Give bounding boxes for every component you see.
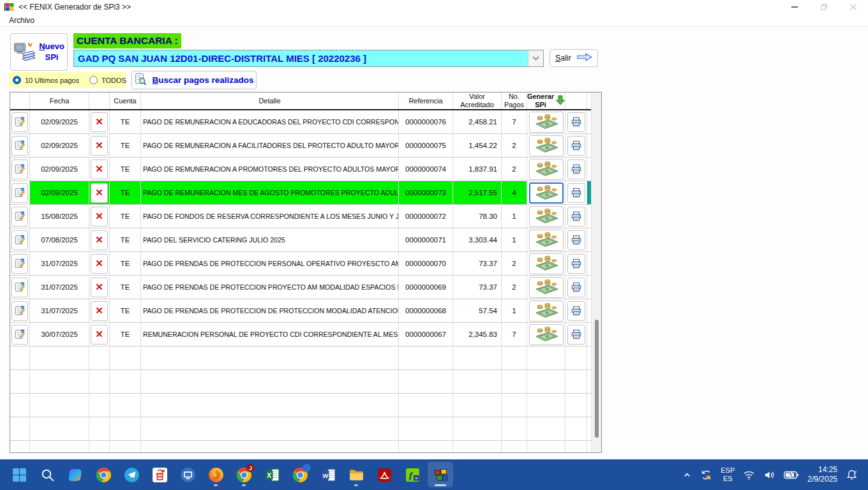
generar-spi-button[interactable] (529, 206, 564, 227)
table-row[interactable]: 30/07/2025 ✕ TE REMUNERACION PERSONAL DE… (10, 323, 591, 346)
table-row[interactable]: 31/07/2025 ✕ TE PAGO DE PRENDAS DE PROTE… (10, 252, 591, 276)
acrobat-icon[interactable] (371, 462, 397, 487)
cuenta-bancaria-select[interactable]: GAD PQ SAN JUAN 12D01-DIREC-DISTRITAL MI… (73, 50, 544, 67)
tray-notification-bell-icon[interactable]: z (846, 469, 858, 481)
firefox-icon[interactable] (203, 462, 228, 487)
file-explorer-icon[interactable] (343, 462, 369, 487)
chrome-profile-j-icon[interactable]: J (231, 462, 257, 487)
table-header-row: Fecha Cuenta Detalle Referencia ValorAcr… (10, 93, 591, 110)
edit-payment-button[interactable] (11, 325, 28, 345)
print-button[interactable] (567, 325, 585, 345)
print-button[interactable] (567, 301, 585, 321)
remote-desktop-icon[interactable] (175, 462, 200, 487)
chevron-down-icon[interactable] (528, 50, 543, 66)
tray-volume-icon[interactable] (763, 470, 775, 480)
row-generar-cell (527, 134, 565, 158)
generar-spi-button[interactable] (529, 159, 564, 180)
delete-payment-button[interactable]: ✕ (91, 112, 108, 132)
copilot-icon[interactable] (63, 462, 88, 487)
delete-payment-button[interactable]: ✕ (91, 254, 108, 274)
edit-payment-button[interactable] (11, 278, 28, 297)
delete-payment-button[interactable]: ✕ (91, 278, 108, 297)
generar-spi-button[interactable] (529, 182, 564, 204)
print-button[interactable] (567, 278, 585, 297)
generar-spi-button[interactable] (529, 230, 564, 251)
print-button[interactable] (567, 160, 585, 179)
edit-payment-button[interactable] (11, 207, 28, 226)
cell-no-pagos: 7 (502, 110, 527, 134)
excel-icon[interactable]: X (259, 462, 285, 487)
edit-payment-button[interactable] (11, 183, 28, 203)
cell-fecha: 02/09/2025 (30, 110, 89, 134)
cuenta-bancaria-value: GAD PQ SAN JUAN 12D01-DIREC-DISTRITAL MI… (74, 50, 528, 66)
edit-payment-button[interactable] (11, 301, 28, 321)
tray-wifi-icon[interactable] (743, 470, 755, 480)
delete-payment-button[interactable]: ✕ (91, 136, 108, 156)
table-empty-row (10, 346, 591, 370)
delete-tool-icon[interactable] (147, 462, 172, 487)
delete-payment-button[interactable]: ✕ (91, 160, 108, 179)
minimize-button[interactable] (780, 0, 809, 14)
generar-spi-button[interactable] (529, 135, 564, 156)
print-button[interactable] (567, 230, 585, 250)
cell-valor-acreditado: 2,345.83 (453, 323, 502, 346)
table-row[interactable]: 07/08/2025 ✕ TE PAGO DEL SERVICIO CATERI… (10, 228, 591, 252)
edit-payment-button[interactable] (11, 112, 28, 132)
menu-archivo[interactable]: Archivo (6, 16, 37, 25)
table-row[interactable]: 02/09/2025 ✕ TE PAGO DE REMUNERACION MES… (10, 181, 591, 205)
cell-referencia: 0000000076 (399, 110, 453, 134)
generar-spi-button[interactable] (529, 301, 564, 322)
tray-sync-icon[interactable] (700, 469, 712, 481)
generar-spi-button[interactable] (529, 253, 564, 274)
tray-clock[interactable]: 14:25 2/9/2025 (807, 465, 837, 484)
generar-spi-button[interactable] (529, 277, 564, 298)
cell-valor-acreditado: 78.30 (453, 205, 502, 228)
restore-button[interactable] (809, 0, 839, 14)
spi3-app-icon[interactable] (428, 462, 453, 487)
cell-valor-acreditado: 3,303.44 (453, 228, 502, 252)
print-button[interactable] (567, 136, 585, 156)
row-delete-cell: ✕ (89, 299, 110, 323)
buscar-pagos-button[interactable]: Buscar pagos realizados (131, 71, 257, 89)
edit-payment-button[interactable] (11, 160, 28, 179)
edit-payment-button[interactable] (11, 136, 28, 156)
print-button[interactable] (567, 207, 585, 226)
print-button[interactable] (567, 254, 585, 274)
edit-payment-button[interactable] (11, 254, 28, 274)
telegram-icon[interactable] (119, 462, 144, 487)
tray-battery-icon[interactable] (784, 470, 799, 480)
scrollbar-thumb[interactable] (595, 320, 599, 438)
row-print-cell (565, 134, 587, 158)
delete-payment-button[interactable]: ✕ (91, 207, 108, 226)
cell-fecha: 15/08/2025 (30, 205, 89, 228)
radio-todos[interactable] (89, 76, 98, 84)
fenix-icon[interactable]: f✕ (400, 462, 425, 487)
generar-spi-button[interactable] (529, 324, 564, 345)
table-row[interactable]: 15/08/2025 ✕ TE PAGO DE FONDOS DE RESERV… (10, 205, 591, 228)
delete-payment-button[interactable]: ✕ (91, 183, 108, 203)
table-vertical-scrollbar[interactable] (591, 93, 601, 452)
delete-payment-button[interactable]: ✕ (91, 301, 108, 321)
generar-spi-button[interactable] (529, 112, 564, 133)
print-button[interactable] (567, 112, 585, 132)
close-button[interactable] (839, 0, 868, 14)
tray-language-indicator[interactable]: ESPES (721, 466, 735, 483)
salir-button[interactable]: Salir (550, 49, 598, 67)
chrome-icon[interactable] (91, 462, 116, 487)
tray-chevron-up-icon[interactable] (682, 470, 692, 480)
table-row[interactable]: 02/09/2025 ✕ TE PAGO DE REMUNERACION A P… (10, 158, 591, 181)
edit-payment-button[interactable] (11, 230, 28, 250)
delete-payment-button[interactable]: ✕ (91, 325, 108, 345)
print-button[interactable] (567, 183, 585, 203)
table-row[interactable]: 31/07/2025 ✕ TE PAGO DE PRENDAS DE PROTE… (10, 299, 591, 323)
delete-payment-button[interactable]: ✕ (91, 230, 108, 250)
search-icon[interactable] (34, 462, 60, 487)
word-icon[interactable]: W (315, 462, 341, 487)
start-icon[interactable] (6, 462, 32, 487)
table-row[interactable]: 02/09/2025 ✕ TE PAGO DE REMUNERACION A E… (10, 110, 591, 134)
table-row[interactable]: 31/07/2025 ✕ TE PAGO DE PRENDAS DE PROTE… (10, 276, 591, 299)
chrome-profile-blue-icon[interactable] (287, 462, 313, 487)
radio-ultimos-pagos[interactable] (13, 76, 21, 84)
table-row[interactable]: 02/09/2025 ✕ TE PAGO DE REMUNERACION A F… (10, 134, 591, 158)
nuevo-spi-button[interactable]: Nuevo SPi (10, 33, 68, 71)
